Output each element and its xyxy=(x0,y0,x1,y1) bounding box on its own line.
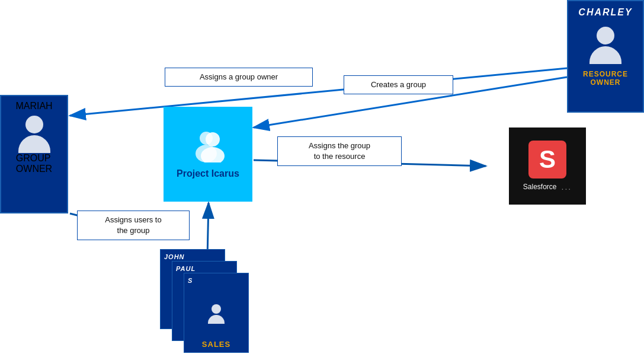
user-card-sales: S SALES xyxy=(184,273,249,353)
salesforce-name: Salesforce xyxy=(523,183,557,191)
diagram-container: CHARLEY RESOURCEOWNER MARIAH GROUPOWNER xyxy=(0,0,644,357)
label-assigns-users: Assigns users tothe group xyxy=(77,211,190,240)
salesforce-box: S Salesforce ... xyxy=(509,128,586,205)
mariah-role: GROUPOWNER xyxy=(16,153,52,174)
assigns-resource-text: Assigns the groupto the resource xyxy=(309,141,370,161)
group-icon xyxy=(187,130,229,162)
charley-name: CHARLEY xyxy=(578,7,632,18)
svg-point-9 xyxy=(206,132,220,146)
label-assigns-resource: Assigns the groupto the resource xyxy=(277,136,402,166)
salesforce-dots: ... xyxy=(562,182,572,192)
mariah-avatar xyxy=(14,111,55,153)
charley-card: CHARLEY RESOURCEOWNER xyxy=(567,0,644,113)
assigns-users-text: Assigns users tothe group xyxy=(105,215,161,235)
group-name: Project Icarus xyxy=(177,168,239,179)
user-john-name: JOHN xyxy=(164,253,185,260)
charley-role: RESOURCEOWNER xyxy=(583,70,628,87)
label-creates-group: Creates a group xyxy=(344,75,453,94)
label-assigns-owner: Assigns a group owner xyxy=(165,68,313,87)
user-paul-name: PAUL xyxy=(176,265,196,272)
svg-line-2 xyxy=(70,68,567,116)
mariah-card: MARIAH GROUPOWNER xyxy=(0,95,68,213)
project-icarus-box: Project Icarus xyxy=(164,107,252,202)
mariah-name: MARIAH xyxy=(15,101,52,111)
salesforce-logo: S xyxy=(528,141,566,179)
sales-avatar xyxy=(204,300,228,324)
user-sales-initial: S xyxy=(188,277,193,284)
user-sales-label: SALES xyxy=(202,340,230,349)
charley-avatar xyxy=(585,23,626,64)
